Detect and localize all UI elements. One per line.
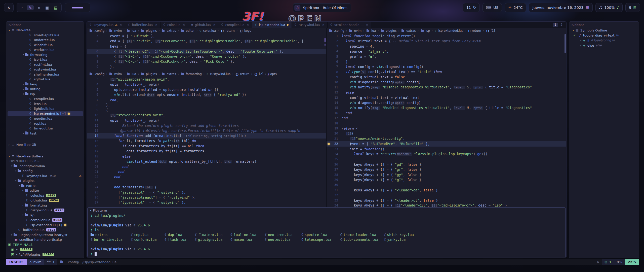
scrollbar[interactable]: [565, 34, 566, 207]
tree-item-undotree.lua[interactable]: undotree.lua: [8, 38, 83, 43]
code-line-13[interactable]: 13 ---@param tbl table<string, conform.F…: [87, 128, 326, 133]
code-line-3[interactable]: 3 spacing = 4,: [327, 44, 566, 49]
tree-item-rustywind.lua[interactable]: rustywind.lua: [8, 67, 83, 72]
code-line-8[interactable]: 8 },: [87, 103, 326, 108]
tree-section-Neo-Tree[interactable]: ▾Neo-Tree: [8, 28, 83, 33]
tree-item-lsp[interactable]: ▾lsp: [8, 92, 83, 97]
tree-item-rustfmt.lua[interactable]: rustfmt.lua: [8, 62, 83, 67]
tree-item-github.lua[interactable]: github.lua#654: [8, 198, 83, 203]
code-line-24[interactable]: 24 add_formatters(tbl: {: [87, 185, 326, 190]
code-line-5[interactable]: 5 keys = {: [87, 44, 326, 49]
tabpage-1[interactable]: 1: [553, 23, 558, 27]
close-icon[interactable]: ×: [120, 23, 122, 26]
tree-item-neodim.lua[interactable]: neodim.lua: [8, 116, 83, 121]
tree-item-repl.lua[interactable]: repl.lua: [8, 121, 83, 126]
code-line-1[interactable]: 1local function toggle_diag_virtext(): [327, 33, 566, 39]
tab-rustywind.lua[interactable]: ☾rustywind.lua×: [292, 22, 328, 28]
tab-bufferline.lua[interactable]: ☾bufferline.lua×: [125, 22, 160, 28]
workspace-widget[interactable]: 9⊞: [625, 3, 640, 12]
code-line-22[interactable]: 22 end: [87, 174, 326, 179]
code-line-16[interactable]: 16 if opts.formatters_by_ft[ft] == nil t…: [87, 144, 326, 149]
editor-pane-rustywind-lua[interactable]: .config›nvim›lua›plugins›extras›formatti…: [87, 71, 326, 207]
code-line-26[interactable]: 26 keys[#keys + 1] = { "gd", false }: [327, 162, 566, 167]
code-line-14[interactable]: 14 vim.diagnostic.config(opts: config): [327, 100, 566, 105]
code-line-16[interactable]: 16 end: [327, 111, 566, 116]
close-icon[interactable]: ×: [366, 23, 368, 26]
code-line-13[interactable]: 13 config.virtual_text = virtual_text: [327, 95, 566, 100]
outline-item-else[interactable]: ›elseelse: [570, 43, 638, 48]
tab-lsp-extended.lua[interactable]: ☾lsp-extended.lua●: [252, 22, 292, 28]
code-line-12[interactable]: 12 else: [327, 90, 566, 95]
code-line-7[interactable]: 7 local config = vim.diagnostic.config(): [327, 64, 566, 69]
tab-color.lua[interactable]: ☾color.lua×: [160, 22, 188, 28]
tree-item-lens.lua[interactable]: lens.lua: [8, 101, 83, 107]
tree-item-worktree.lua[interactable]: worktree.lua: [8, 47, 83, 52]
code-line-32[interactable]: 32: [327, 193, 566, 198]
code-line-26[interactable]: 26 ["javascriptreact"] = { "rustywind" }…: [87, 195, 326, 200]
code-line-15[interactable]: 15 for ft, formatters in pairs(t: tbl) d…: [87, 139, 326, 144]
code-line-10[interactable]: 10 vim.diagnostic.config(opts: config): [327, 80, 566, 85]
code-line-9[interactable]: 9 },: [87, 64, 326, 69]
music-notification[interactable]: ♫ Spiritbox - Rule Of Nines: [293, 3, 351, 12]
code-line-22[interactable]: 22 event = { "BufReadPre", "BufNewFile" …: [327, 141, 566, 146]
code-line-4[interactable]: 4 opts = function(_, opts): [87, 82, 326, 87]
tab-github.lua[interactable]: ◉github.lua×: [188, 22, 218, 28]
tree-item-formatting[interactable]: ▾formatting: [8, 203, 83, 208]
weather-widget[interactable]: ☼24°C: [505, 3, 526, 12]
code-line-28[interactable]: 28 keys[#keys + 1] = { "gy", false }: [327, 172, 566, 177]
tree-item-config[interactable]: ▾config: [8, 168, 83, 174]
tree-item-.config/nvim/lua[interactable]: ▾.config/nvim/lua: [8, 164, 83, 169]
code-line-24[interactable]: 24 local keys = require(modname: "lazyvi…: [327, 152, 566, 157]
tree-item-lsp[interactable]: ▾lsp: [8, 213, 83, 218]
date-widget[interactable]: jueves, noviembre 16, 2023▦: [529, 3, 592, 12]
code-line-10[interactable]: 10 [1]"stevearc/conform.nvim",: [87, 113, 326, 118]
close-icon[interactable]: ×: [213, 23, 215, 26]
tree-item-winshift.lua[interactable]: winshift.lua: [8, 43, 83, 48]
code-line-31[interactable]: 31 keys[#keys + 1] = { "<leader>ca", fal…: [327, 188, 566, 193]
terminal-output[interactable]: ❯ cd lua/plugins/ nvim/lua/plugins via ☾…: [88, 213, 566, 257]
code-line-11[interactable]: 11 opts = function(_, opts): [87, 118, 326, 123]
tab-keymaps.lua[interactable]: ☾keymaps.lua⚠×: [87, 22, 125, 28]
close-icon[interactable]: ×: [247, 23, 249, 26]
copy-icon[interactable]: ▣: [44, 5, 50, 10]
code-line-7[interactable]: 7 end,: [87, 97, 326, 103]
tree-item-lightbulb.lua[interactable]: lightbulb.lua: [8, 106, 83, 111]
code-line-8[interactable]: 8 { [1]"<C-c>", [2]"<cmd>CccPick<cr>", d…: [87, 59, 326, 64]
tree-item-editor[interactable]: ▾editor: [8, 188, 83, 193]
code-line-12[interactable]: 12 --- Extend the conform plugin config …: [87, 123, 326, 128]
statusline-1[interactable]: ⌥1: [44, 259, 57, 265]
statusline-INSERT[interactable]: INSERT: [6, 259, 27, 265]
close-icon[interactable]: ×: [155, 23, 157, 26]
tree-item-keymaps.lua[interactable]: keymaps.lua#10⚠: [8, 174, 83, 179]
code-line-5[interactable]: 5 prefix = "●",: [327, 54, 566, 59]
tree-item-smart-splits.lua[interactable]: smart-splits.lua: [8, 33, 83, 38]
tree-item-rustywind.lua[interactable]: rustywind.lua#726: [8, 208, 83, 213]
tree-item-plugins[interactable]: ▾plugins: [8, 178, 83, 183]
outline-item-if[interactable]: ›ifif type(config.vi: [570, 38, 638, 43]
code-line-6[interactable]: 6 vim.list_extend(dst: opts.ensure_insta…: [87, 92, 326, 97]
floaterm-window[interactable]: ▾ Floaterm ❯ cd lua/plugins/ nvim/lua/pl…: [87, 207, 566, 257]
tab-scrollbar-handle-...[interactable]: ☾scrollbar-handle-...×: [328, 22, 371, 28]
code-line-6[interactable]: 6 { [1]"<leader>uC", [2]"<cmd>CccHighlig…: [87, 49, 326, 54]
tree-item-lsp-extended.lu [+][interactable]: lsp-extended.lu [+]: [8, 111, 83, 116]
code-line-21[interactable]: 21 [1]"neovim/nvim-lspconfig",: [327, 136, 566, 141]
brush-icon[interactable]: ✎: [27, 5, 34, 10]
code-line-19[interactable]: 19return {: [327, 126, 566, 131]
code-line-23[interactable]: 23: [87, 180, 326, 185]
code-line-11[interactable]: 11 vim.notify(msg: "Disable diagnostics …: [327, 85, 566, 90]
code-line-27[interactable]: 27 keys[#keys + 1] = { "gr", false }: [327, 167, 566, 172]
code-line-18[interactable]: 18 else: [87, 154, 326, 159]
editor-pane-color-lua[interactable]: .config›nvim›lua›plugins›extras›editor›☾…: [87, 28, 326, 71]
tree-item-~/.c/n/l/plugins[interactable]: ~/.c/n/l/plugins#3980: [8, 252, 83, 257]
launcher-button[interactable]: ∧: [4, 3, 14, 12]
statusline-1[interactable]: ⊞1: [602, 259, 614, 265]
close-icon[interactable]: ×: [183, 23, 185, 26]
tree-item-color.lua[interactable]: color.lua#493: [8, 193, 83, 198]
statusline-9%[interactable]: 9%: [614, 259, 625, 265]
code-line-19[interactable]: 19 vim.list_extend(dst: opts.formatters_…: [87, 159, 326, 164]
tab-compiler.lua[interactable]: ☾compiler.lua×: [218, 22, 252, 28]
close-icon[interactable]: ×: [322, 23, 324, 26]
tree-item-formatting[interactable]: ▾formatting: [8, 52, 83, 57]
code-line-34[interactable]: 34 keys[#keys + 1] = { [1]"<leader>cil",…: [327, 203, 566, 207]
link-icon[interactable]: ∞: [37, 5, 42, 10]
